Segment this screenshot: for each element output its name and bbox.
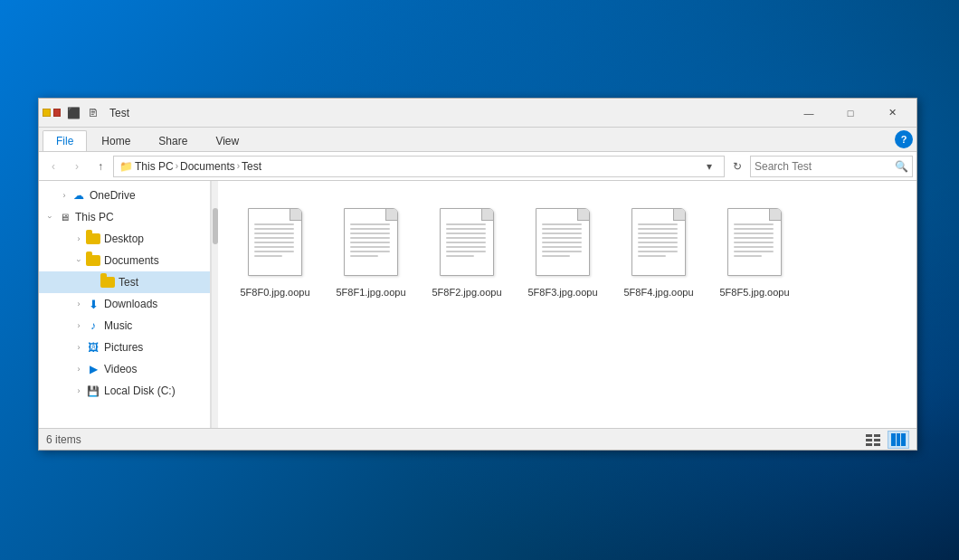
disk-icon: 💾 (86, 384, 100, 398)
sidebar-item-onedrive[interactable]: › ☁ OneDrive (39, 185, 210, 206)
doc-line (542, 223, 582, 225)
sidebar-item-local-disk[interactable]: › 💾 Local Disk (C:) (39, 380, 210, 402)
breadcrumb-sep-1: › (176, 161, 178, 171)
sidebar-item-this-pc[interactable]: › 🖥 This PC (39, 206, 210, 228)
svg-rect-1 (874, 434, 880, 437)
doc-line (734, 251, 774, 252)
title-bar: ⬛ 🖹 Test — □ ✕ (39, 99, 916, 128)
tab-share[interactable]: Share (145, 130, 201, 151)
doc-line (350, 237, 390, 239)
folder-icon-desktop (86, 232, 100, 246)
expand-arrow-downloads: › (71, 297, 86, 311)
sidebar-label-music: Music (104, 319, 132, 332)
document-icon (248, 208, 302, 276)
expand-arrow-music: › (71, 318, 86, 333)
sidebar-item-test[interactable]: Test (39, 271, 210, 293)
forward-button[interactable]: › (66, 156, 88, 177)
file-explorer-window: ⬛ 🖹 Test — □ ✕ File Home Share View ? ‹ … (38, 98, 917, 451)
qat-new-folder-button[interactable]: 🖹 (84, 104, 102, 122)
doc-line (638, 255, 666, 257)
file-item-3[interactable]: 5F8F3.jpg.oopu (522, 197, 603, 302)
file-item-4[interactable]: 5F8F4.jpg.oopu (618, 197, 699, 302)
close-button[interactable]: ✕ (871, 99, 913, 128)
svg-rect-0 (866, 434, 872, 437)
minimize-button[interactable]: — (788, 99, 830, 128)
sidebar-item-music[interactable]: › ♪ Music (39, 315, 210, 337)
folder-icon-breadcrumb: 📁 (119, 160, 133, 173)
file-icon-container (722, 201, 787, 282)
grid-view-button[interactable] (888, 431, 909, 449)
sidebar-item-pictures[interactable]: › 🖼 Pictures (39, 337, 210, 358)
doc-line (350, 223, 390, 225)
search-input[interactable] (755, 160, 895, 173)
file-item-2[interactable]: 5F8F2.jpg.oopu (426, 197, 508, 302)
file-name: 5F8F2.jpg.oopu (432, 286, 501, 299)
doc-line (734, 228, 774, 230)
expand-arrow-this-pc: › (43, 210, 57, 224)
address-dropdown-button[interactable]: ▾ (700, 156, 718, 177)
back-button[interactable]: ‹ (43, 156, 64, 177)
music-icon: ♪ (86, 318, 100, 333)
tab-file[interactable]: File (43, 130, 87, 151)
sidebar-scroll-thumb (213, 208, 218, 244)
breadcrumb-this-pc[interactable]: This PC (135, 160, 174, 173)
qat-properties-button[interactable]: ⬛ (64, 104, 82, 122)
sidebar-item-videos[interactable]: › ▶ Videos (39, 358, 210, 380)
doc-lines (734, 223, 774, 260)
doc-line (734, 242, 774, 243)
file-name: 5F8F3.jpg.oopu (527, 286, 597, 299)
document-icon (440, 208, 494, 276)
refresh-button[interactable]: ↻ (726, 156, 748, 177)
search-box: 🔍 (750, 156, 913, 177)
expand-arrow-test (86, 275, 100, 289)
breadcrumb-documents[interactable]: Documents (180, 160, 235, 173)
sidebar-label-onedrive: OneDrive (90, 189, 136, 202)
file-item-1[interactable]: 5F8F1.jpg.oopu (330, 197, 412, 302)
doc-line (254, 246, 294, 248)
sidebar-label-pictures: Pictures (104, 341, 143, 354)
videos-icon: ▶ (86, 362, 100, 376)
file-item-5[interactable]: 5F8F5.jpg.oopu (714, 197, 795, 302)
folder-icon-documents (86, 253, 100, 268)
folder-icon-red-small (53, 109, 62, 117)
sidebar-scrollbar[interactable] (211, 181, 218, 428)
file-item-0[interactable]: 5F8F0.jpg.oopu (234, 197, 316, 302)
doc-line (350, 242, 390, 243)
pc-icon: 🖥 (57, 210, 71, 224)
doc-line (542, 255, 570, 257)
doc-line (542, 237, 582, 239)
list-view-button[interactable] (862, 431, 884, 449)
svg-rect-6 (891, 433, 896, 446)
document-icon (631, 208, 686, 276)
doc-line (350, 246, 390, 248)
sidebar-item-documents[interactable]: › Documents (39, 250, 210, 271)
svg-rect-7 (897, 433, 900, 446)
expand-arrow-desktop: › (71, 232, 86, 246)
item-count: 6 items (46, 433, 81, 446)
doc-line (446, 237, 486, 239)
tab-home[interactable]: Home (88, 130, 144, 151)
tab-view[interactable]: View (202, 130, 252, 151)
doc-line (734, 223, 774, 225)
pictures-icon: 🖼 (86, 340, 100, 355)
doc-line (350, 251, 390, 252)
doc-line (254, 237, 294, 239)
sidebar-item-desktop[interactable]: › Desktop (39, 228, 210, 250)
maximize-button[interactable]: □ (830, 99, 871, 128)
up-button[interactable]: ↑ (90, 156, 111, 177)
doc-line (542, 251, 582, 252)
sidebar-item-downloads[interactable]: › ⬇ Downloads (39, 293, 210, 315)
sidebar-label-this-pc: This PC (75, 211, 114, 223)
title-bar-icons (43, 104, 61, 122)
doc-line (734, 233, 774, 234)
search-icon[interactable]: 🔍 (895, 160, 908, 173)
breadcrumb-test[interactable]: Test (242, 160, 261, 173)
help-button[interactable]: ? (895, 130, 913, 148)
window-title: Test (109, 107, 788, 119)
file-icon-container (434, 201, 499, 282)
onedrive-icon: ☁ (71, 188, 86, 203)
doc-line (254, 251, 294, 252)
doc-line (542, 242, 582, 243)
doc-line (638, 228, 678, 230)
doc-line (638, 223, 678, 225)
